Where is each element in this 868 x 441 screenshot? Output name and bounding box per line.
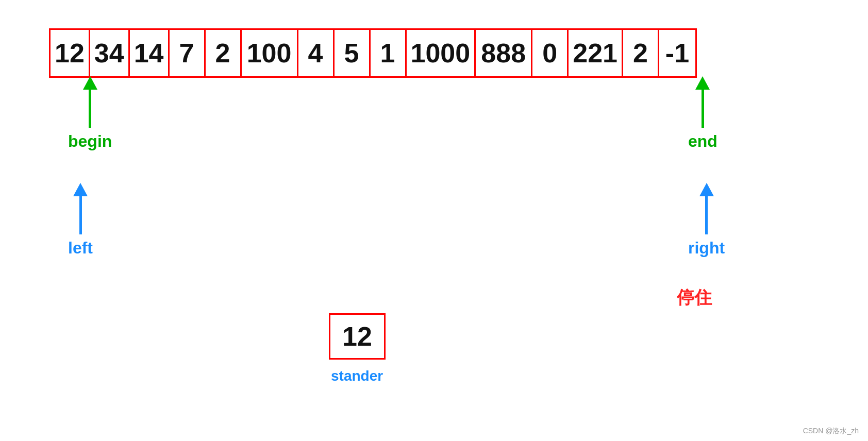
right-label: right [688,239,725,258]
left-arrow-group: left [68,183,93,268]
array-cell-1: 34 [90,30,130,76]
array-cell-13: 2 [623,30,659,76]
end-arrow-group: end [688,76,717,166]
array-cell-10: 888 [476,30,532,76]
array-cell-12: 221 [569,30,623,76]
end-label: end [688,132,717,151]
array-container: 12 34 14 7 2 100 4 5 1 1000 888 0 221 2 … [49,28,697,78]
array-cell-5: 100 [242,30,298,76]
right-arrow-group: right [688,183,725,268]
array-cell-0: 12 [51,30,90,76]
array-cell-6: 4 [298,30,335,76]
stop-label: 停住 [677,286,712,310]
watermark: CSDN @洛水_zh [803,427,859,436]
array-cell-8: 1 [371,30,407,76]
begin-arrow-group: begin [68,76,112,166]
begin-label: begin [68,132,112,151]
stander-label: stander [331,368,383,384]
array-cell-2: 14 [130,30,170,76]
array-cell-4: 2 [206,30,242,76]
stander-box: 12 [329,313,386,360]
array-cell-14: -1 [659,30,695,76]
left-label: left [68,239,93,258]
array-cell-3: 7 [170,30,206,76]
array-cell-11: 0 [532,30,569,76]
array-cell-7: 5 [335,30,371,76]
stander-value: 12 [342,321,372,352]
array-cell-9: 1000 [407,30,476,76]
